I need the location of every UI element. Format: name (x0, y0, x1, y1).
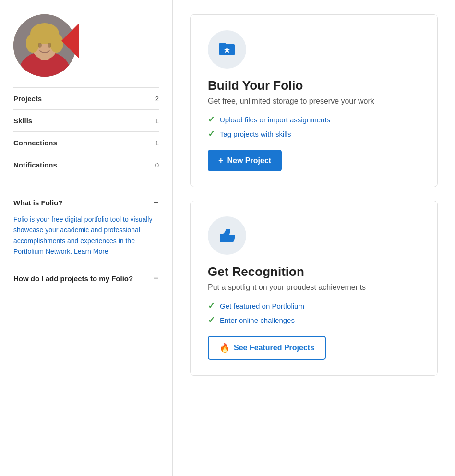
faq-section: What is Folio? − Folio is your free digi… (13, 190, 159, 292)
card-checklist: ✓ Get featured on Portfolium ✓ Enter onl… (208, 300, 420, 325)
check-icon: ✓ (208, 300, 215, 311)
card-build-folio: Build Your Folio Get free, unlimited sto… (190, 14, 438, 187)
card-cta-button[interactable]: 🔥 See Featured Projects (208, 336, 326, 360)
checklist-text: Tag projects with skills (220, 130, 291, 138)
stat-label: Skills (13, 117, 32, 125)
card-subtitle: Put a spotlight on your proudest achieve… (208, 283, 420, 292)
faq-title: What is Folio? (13, 198, 148, 208)
checklist-item: ✓ Tag projects with skills (208, 129, 420, 139)
stat-row-notifications[interactable]: Notifications 0 (13, 154, 159, 176)
checklist-text: Get featured on Portfolium (220, 302, 304, 310)
stat-value: 2 (155, 95, 159, 103)
check-icon: ✓ (208, 129, 215, 139)
stat-label: Projects (13, 95, 42, 103)
checklist-item: ✓ Upload files or import assignments (208, 114, 420, 125)
svg-point-9 (38, 43, 42, 48)
avatar-section (13, 14, 159, 77)
faq-toggle-icon: + (153, 273, 159, 284)
faq-title: How do I add projects to my Folio? (13, 274, 148, 284)
flame-icon: 🔥 (219, 343, 230, 353)
faq-item-1: How do I add projects to my Folio? + (13, 265, 159, 292)
learn-more-link[interactable]: Learn More (74, 248, 108, 255)
card-icon-wrap (208, 30, 246, 69)
faq-toggle-icon: − (153, 197, 159, 208)
svg-point-7 (26, 34, 39, 53)
sidebar: Projects 2 Skills 1 Connections 1 Notifi… (0, 0, 173, 476)
checklist-item: ✓ Get featured on Portfolium (208, 300, 420, 311)
card-title: Get Recognition (208, 264, 420, 279)
card-cta-button[interactable]: + New Project (208, 150, 282, 171)
card-cta-label: New Project (228, 156, 272, 165)
faq-header[interactable]: How do I add projects to my Folio? + (13, 273, 159, 284)
stat-row-projects[interactable]: Projects 2 (13, 88, 159, 110)
faq-body: Folio is your free digital portfolio too… (13, 214, 159, 257)
check-icon: ✓ (208, 315, 215, 325)
btn-icon: + (218, 155, 224, 166)
card-subtitle: Get free, unlimited storage to preserve … (208, 97, 420, 106)
card-title: Build Your Folio (208, 78, 420, 93)
stat-label: Notifications (13, 161, 57, 169)
checklist-text: Upload files or import assignments (220, 116, 330, 124)
card-get-recognition: Get Recognition Put a spotlight on your … (190, 201, 438, 376)
faq-item-0: What is Folio? − Folio is your free digi… (13, 190, 159, 265)
main-content: Build Your Folio Get free, unlimited sto… (173, 0, 455, 476)
stat-value: 0 (155, 161, 159, 169)
svg-rect-12 (220, 234, 223, 242)
stat-label: Connections (13, 139, 57, 147)
checklist-text: Enter online challenges (220, 316, 295, 324)
stat-row-connections[interactable]: Connections 1 (13, 132, 159, 154)
stats-list: Projects 2 Skills 1 Connections 1 Notifi… (13, 87, 159, 176)
stat-value: 1 (155, 139, 159, 147)
stat-row-skills[interactable]: Skills 1 (13, 110, 159, 132)
card-cta-label: See Featured Projects (234, 344, 314, 352)
checklist-item: ✓ Enter online challenges (208, 315, 420, 325)
stat-value: 1 (155, 117, 159, 125)
card-icon-wrap (208, 216, 246, 255)
svg-point-10 (48, 43, 51, 48)
card-checklist: ✓ Upload files or import assignments ✓ T… (208, 114, 420, 139)
faq-header[interactable]: What is Folio? − (13, 197, 159, 208)
check-icon: ✓ (208, 114, 215, 125)
